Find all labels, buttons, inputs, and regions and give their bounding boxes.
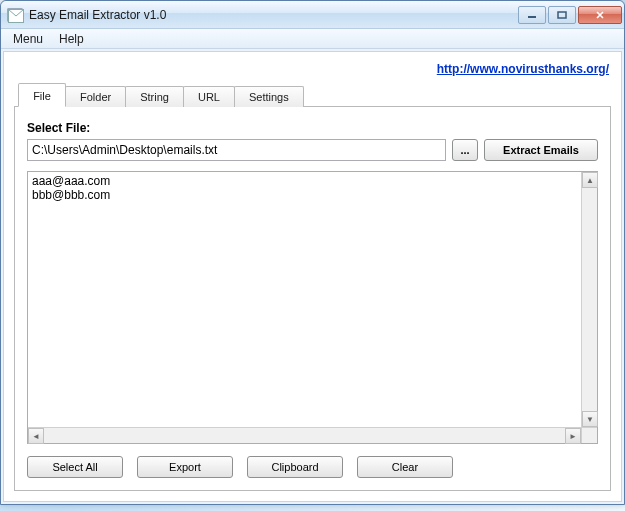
scroll-left-icon[interactable]: ◄ bbox=[28, 428, 44, 444]
select-file-label: Select File: bbox=[27, 121, 598, 135]
tab-file[interactable]: File bbox=[18, 83, 66, 107]
app-window: Easy Email Extractor v1.0 Menu Help http… bbox=[0, 0, 625, 505]
extract-emails-button[interactable]: Extract Emails bbox=[484, 139, 598, 161]
content-area: http://www.novirusthanks.org/ File Folde… bbox=[3, 51, 622, 502]
scroll-right-icon[interactable]: ► bbox=[565, 428, 581, 444]
select-all-button[interactable]: Select All bbox=[27, 456, 123, 478]
scroll-corner bbox=[581, 427, 597, 443]
horizontal-scrollbar[interactable]: ◄ ► bbox=[28, 427, 581, 443]
export-button[interactable]: Export bbox=[137, 456, 233, 478]
window-controls bbox=[516, 6, 622, 24]
tab-folder[interactable]: Folder bbox=[65, 86, 126, 107]
file-path-input[interactable] bbox=[27, 139, 446, 161]
tab-panel-file: Select File: ... Extract Emails aaa@aaa.… bbox=[14, 107, 611, 491]
vertical-scrollbar[interactable]: ▲ ▼ bbox=[581, 172, 597, 427]
mail-icon bbox=[7, 8, 23, 22]
homepage-link[interactable]: http://www.novirusthanks.org/ bbox=[437, 62, 609, 76]
clipboard-button[interactable]: Clipboard bbox=[247, 456, 343, 478]
svg-rect-1 bbox=[528, 16, 536, 18]
result-line: aaa@aaa.com bbox=[32, 174, 110, 188]
result-line: bbb@bbb.com bbox=[32, 188, 110, 202]
scroll-up-icon[interactable]: ▲ bbox=[582, 172, 598, 188]
scroll-down-icon[interactable]: ▼ bbox=[582, 411, 598, 427]
results-box: aaa@aaa.com bbb@bbb.com ▲ ▼ ◄ ► bbox=[27, 171, 598, 444]
tabstrip: File Folder String URL Settings bbox=[14, 82, 611, 107]
tab-url[interactable]: URL bbox=[183, 86, 235, 107]
action-buttons: Select All Export Clipboard Clear bbox=[27, 456, 598, 478]
browse-button[interactable]: ... bbox=[452, 139, 478, 161]
menubar: Menu Help bbox=[1, 29, 624, 49]
tab-settings[interactable]: Settings bbox=[234, 86, 304, 107]
close-button[interactable] bbox=[578, 6, 622, 24]
titlebar[interactable]: Easy Email Extractor v1.0 bbox=[1, 1, 624, 29]
results-text[interactable]: aaa@aaa.com bbb@bbb.com bbox=[28, 172, 597, 443]
link-row: http://www.novirusthanks.org/ bbox=[14, 58, 611, 82]
tab-string[interactable]: String bbox=[125, 86, 184, 107]
window-title: Easy Email Extractor v1.0 bbox=[29, 8, 516, 22]
menu-item-help[interactable]: Help bbox=[51, 30, 92, 48]
file-row: ... Extract Emails bbox=[27, 139, 598, 161]
clear-button[interactable]: Clear bbox=[357, 456, 453, 478]
maximize-button[interactable] bbox=[548, 6, 576, 24]
menu-item-menu[interactable]: Menu bbox=[5, 30, 51, 48]
svg-rect-2 bbox=[558, 12, 566, 18]
minimize-button[interactable] bbox=[518, 6, 546, 24]
